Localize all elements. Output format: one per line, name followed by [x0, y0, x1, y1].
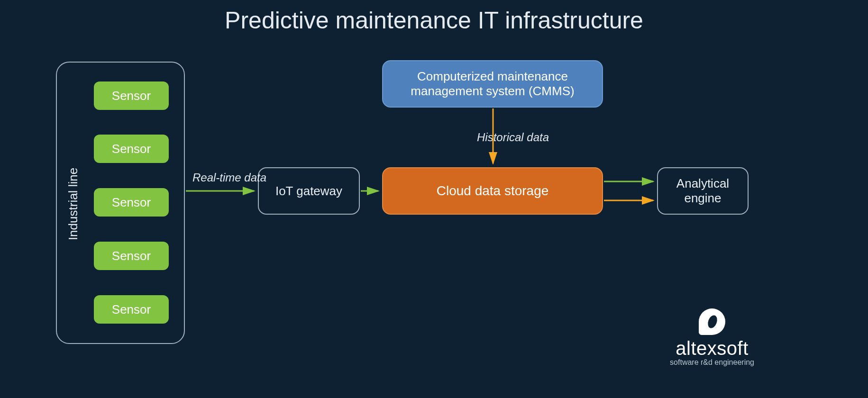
iot-gateway-node: IoT gateway [258, 167, 360, 215]
sensor-node: Sensor [94, 242, 169, 270]
diagram-canvas: Predictive maintenance IT infrastructure… [0, 0, 868, 398]
logo-icon [699, 308, 725, 335]
flow-label-realtime: Real-time data [192, 171, 266, 184]
flow-label-historical: Historical data [477, 131, 549, 144]
cmms-node: Computerized maintenance management syst… [382, 60, 603, 108]
cloud-storage-node: Cloud data storage [382, 167, 603, 215]
analytical-engine-node: Analytical engine [657, 167, 749, 215]
sensor-node: Sensor [94, 135, 169, 163]
industrial-line-label: Industrial line [66, 133, 81, 275]
sensor-node: Sensor [94, 295, 169, 324]
brand-logo: altexsoft software r&d engineering [670, 308, 754, 367]
logo-name: altexsoft [676, 338, 748, 359]
diagram-title: Predictive maintenance IT infrastructure [0, 7, 868, 34]
sensor-node: Sensor [94, 188, 169, 217]
logo-tagline: software r&d engineering [670, 358, 754, 367]
sensor-node: Sensor [94, 81, 169, 110]
